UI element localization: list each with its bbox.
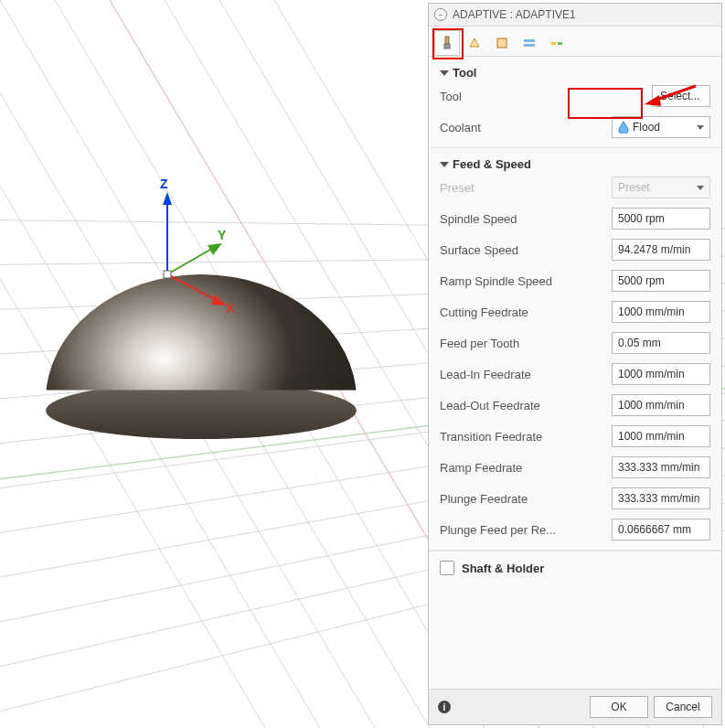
- tool-select-button[interactable]: Select...: [652, 85, 710, 107]
- ramp-spindle-speed-label: Ramp Spindle Speed: [440, 274, 612, 288]
- tool-label: Tool: [440, 90, 652, 103]
- svg-line-29: [167, 274, 219, 302]
- leadin-feedrate-label: Lead-In Feedrate: [440, 368, 612, 381]
- tool-section-header[interactable]: Tool: [440, 64, 710, 81]
- plunge-feedrate-label: Plunge Feedrate: [440, 492, 612, 506]
- chevron-down-icon: [697, 186, 704, 190]
- svg-rect-33: [445, 37, 449, 44]
- coolant-dropdown[interactable]: Flood: [612, 116, 710, 138]
- svg-rect-32: [164, 271, 171, 278]
- leadout-feedrate-input[interactable]: [612, 394, 710, 416]
- feed-per-tooth-input[interactable]: [612, 332, 710, 354]
- coolant-value: Flood: [633, 121, 660, 134]
- tool-icon: [439, 35, 455, 51]
- svg-rect-36: [497, 38, 506, 48]
- svg-rect-34: [444, 44, 450, 48]
- panel-footer: i OK Cancel: [429, 689, 721, 724]
- feed-per-tooth-label: Feed per Tooth: [440, 337, 612, 350]
- ramp-spindle-speed-input[interactable]: [612, 270, 710, 292]
- leadout-feedrate-label: Lead-Out Feedrate: [440, 399, 612, 412]
- svg-marker-35: [470, 38, 479, 47]
- transition-feedrate-input[interactable]: [612, 425, 710, 447]
- collapse-icon[interactable]: −: [434, 8, 447, 21]
- linking-tab[interactable]: [544, 30, 570, 56]
- chevron-down-icon: [697, 125, 704, 130]
- geometry-icon: [466, 35, 483, 51]
- geometry-tab[interactable]: [462, 30, 487, 56]
- surface-speed-input[interactable]: [612, 239, 710, 261]
- svg-rect-40: [558, 42, 562, 45]
- plunge-feed-rev-input[interactable]: [612, 519, 710, 541]
- shaft-holder-checkbox[interactable]: [440, 561, 454, 575]
- svg-marker-30: [211, 294, 227, 305]
- spindle-speed-label: Spindle Speed: [440, 212, 612, 226]
- plunge-feed-rev-label: Plunge Feed per Re...: [440, 523, 612, 537]
- cutting-feedrate-label: Cutting Feedrate: [440, 305, 612, 319]
- info-icon[interactable]: i: [438, 701, 451, 713]
- svg-rect-37: [524, 39, 535, 42]
- panel-title: ADAPTIVE : ADAPTIVE1: [453, 8, 576, 21]
- feed-section-header[interactable]: Feed & Speed: [440, 155, 710, 173]
- leadin-feedrate-input[interactable]: [612, 363, 710, 385]
- svg-rect-38: [524, 44, 535, 47]
- preset-value: Preset: [618, 181, 650, 194]
- tool-section: Tool Tool Select... Coolant Flood: [429, 57, 721, 148]
- feed-speed-section: Feed & Speed Preset Preset Spindle Speed…: [429, 148, 721, 551]
- preset-dropdown: Preset: [612, 177, 710, 198]
- tool-tab[interactable]: [434, 30, 460, 56]
- ok-button[interactable]: OK: [590, 696, 648, 718]
- spindle-speed-input[interactable]: [612, 208, 710, 230]
- preset-label: Preset: [440, 181, 612, 195]
- svg-text:X: X: [226, 301, 235, 316]
- svg-rect-39: [551, 42, 556, 45]
- ramp-feedrate-label: Ramp Feedrate: [440, 461, 612, 475]
- svg-text:Z: Z: [160, 177, 168, 191]
- svg-marker-24: [163, 192, 172, 205]
- adaptive-panel: − ADAPTIVE : ADAPTIVE1 Tool Tool Select.…: [428, 3, 722, 725]
- shaft-holder-section[interactable]: Shaft & Holder: [429, 551, 721, 584]
- passes-tab[interactable]: [517, 30, 542, 56]
- cancel-button[interactable]: Cancel: [654, 696, 712, 718]
- ramp-feedrate-input[interactable]: [612, 456, 710, 478]
- linking-icon: [549, 35, 565, 51]
- chevron-down-icon: [440, 162, 449, 167]
- shaft-holder-title: Shaft & Holder: [462, 562, 544, 575]
- plunge-feedrate-input[interactable]: [612, 487, 710, 509]
- chevron-down-icon: [440, 70, 449, 76]
- panel-header: − ADAPTIVE : ADAPTIVE1: [429, 4, 721, 27]
- heights-tab[interactable]: [489, 30, 515, 56]
- surface-speed-label: Surface Speed: [440, 243, 612, 257]
- tool-section-title: Tool: [453, 66, 476, 80]
- feed-section-title: Feed & Speed: [453, 157, 531, 171]
- coolant-label: Coolant: [440, 121, 612, 134]
- heights-icon: [494, 35, 510, 51]
- tab-strip: [429, 27, 721, 57]
- svg-text:Y: Y: [218, 228, 227, 242]
- cutting-feedrate-input[interactable]: [612, 301, 710, 323]
- passes-icon: [521, 35, 538, 51]
- droplet-icon: [618, 121, 629, 134]
- transition-feedrate-label: Transition Feedrate: [440, 430, 612, 444]
- svg-line-26: [167, 247, 215, 274]
